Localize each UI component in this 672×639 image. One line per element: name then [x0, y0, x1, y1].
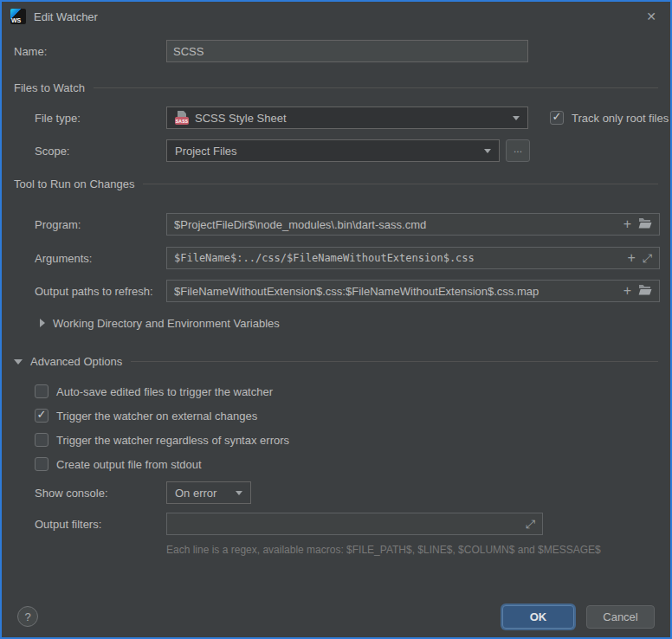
- scope-select[interactable]: Project Files: [166, 139, 500, 162]
- dialog-title: Edit Watcher: [34, 10, 98, 23]
- output-paths-input[interactable]: $FileNameWithoutExtension$.css:$FileName…: [166, 280, 660, 302]
- output-filters-label: Output filters:: [35, 518, 166, 531]
- folder-open-icon[interactable]: [638, 217, 652, 231]
- show-console-value: On error: [175, 487, 229, 500]
- chevron-down-icon: [484, 149, 491, 153]
- dialog-footer: ? OK Cancel: [2, 601, 670, 632]
- working-directory-label: Working Directory and Environment Variab…: [53, 317, 280, 330]
- output-filters-hint: Each line is a regex, available macros: …: [166, 544, 670, 556]
- external-changes-label: Trigger the watcher on external changes: [56, 410, 257, 423]
- folder-open-icon[interactable]: [638, 284, 652, 298]
- output-filters-input[interactable]: ⤢: [166, 513, 543, 535]
- edit-watcher-dialog: WS Edit Watcher ✕ Name: Files to Watch F…: [0, 0, 672, 639]
- insert-macro-icon[interactable]: +: [624, 217, 631, 231]
- file-type-value: SCSS Style Sheet: [195, 112, 506, 125]
- advanced-checkbox-group: ✓ Auto-save edited files to trigger the …: [35, 383, 670, 473]
- expand-icon[interactable]: ⤢: [526, 518, 535, 530]
- external-changes-checkbox[interactable]: ✓: [35, 409, 48, 423]
- auto-save-label: Auto-save edited files to trigger the wa…: [56, 385, 273, 398]
- checkbox-row: ✓ Trigger the watcher on external change…: [35, 407, 670, 424]
- close-icon[interactable]: ✕: [641, 10, 662, 23]
- checkbox-row: ✓ Auto-save edited files to trigger the …: [35, 383, 670, 400]
- check-icon: ✓: [552, 112, 562, 122]
- chevron-down-icon: [236, 491, 242, 495]
- webstorm-logo-icon: WS: [10, 9, 26, 24]
- section-divider: [94, 87, 658, 88]
- section-divider: [131, 361, 658, 362]
- section-divider: [143, 184, 658, 184]
- advanced-options-toggle[interactable]: Advanced Options: [14, 352, 670, 370]
- scope-value: Project Files: [175, 145, 477, 158]
- advanced-options-label: Advanced Options: [30, 355, 122, 368]
- output-paths-label: Output paths to refresh:: [35, 285, 166, 298]
- checkbox-row: ✓ Create output file from stdout: [35, 455, 670, 473]
- auto-save-checkbox[interactable]: ✓: [35, 384, 48, 398]
- ok-button[interactable]: OK: [502, 605, 574, 629]
- check-icon: ✓: [37, 410, 47, 420]
- tool-to-run-section-header: Tool to Run on Changes: [14, 176, 670, 191]
- titlebar: WS Edit Watcher ✕: [2, 2, 670, 29]
- scss-file-icon: SASS: [175, 111, 189, 125]
- files-to-watch-title: Files to Watch: [14, 81, 85, 94]
- arguments-input[interactable]: $FileName$:../css/$FileNameWithoutExtens…: [166, 247, 660, 269]
- working-directory-toggle[interactable]: Working Directory and Environment Variab…: [40, 314, 670, 332]
- stdout-checkbox[interactable]: ✓: [35, 457, 48, 471]
- expanded-arrow-icon: [14, 359, 23, 365]
- chevron-down-icon: [513, 116, 520, 120]
- show-console-select[interactable]: On error: [166, 481, 251, 504]
- file-type-label: File type:: [35, 112, 166, 125]
- name-input[interactable]: [166, 40, 528, 62]
- tool-to-run-title: Tool to Run on Changes: [14, 178, 134, 190]
- stdout-label: Create output file from stdout: [56, 458, 202, 471]
- cancel-button[interactable]: Cancel: [586, 605, 655, 629]
- scss-badge-text: SASS: [175, 117, 189, 125]
- files-to-watch-section-header: Files to Watch: [14, 80, 670, 95]
- arguments-value: $FileName$:../css/$FileNameWithoutExtens…: [174, 252, 620, 264]
- webstorm-logo-text: WS: [11, 17, 21, 23]
- file-type-select[interactable]: SASS SCSS Style Sheet: [166, 106, 528, 129]
- insert-macro-icon[interactable]: +: [627, 251, 635, 265]
- program-label: Program:: [35, 218, 166, 231]
- syntax-errors-checkbox[interactable]: ✓: [35, 433, 48, 447]
- scope-label: Scope:: [35, 145, 166, 158]
- name-label: Name:: [14, 45, 166, 58]
- track-root-files-checkbox[interactable]: ✓: [550, 111, 564, 125]
- expand-icon[interactable]: ⤢: [643, 252, 652, 264]
- collapsed-arrow-icon: [40, 319, 45, 327]
- checkbox-row: ✓ Trigger the watcher regardless of synt…: [35, 431, 670, 449]
- scope-browse-button[interactable]: ...: [506, 139, 530, 162]
- syntax-errors-label: Trigger the watcher regardless of syntax…: [56, 434, 289, 447]
- show-console-label: Show console:: [35, 487, 166, 500]
- output-paths-value: $FileNameWithoutExtension$.css:$FileName…: [174, 285, 617, 298]
- insert-macro-icon[interactable]: +: [624, 284, 631, 298]
- arguments-label: Arguments:: [35, 252, 166, 265]
- program-input[interactable]: $ProjectFileDir$\node_modules\.bin\dart-…: [166, 213, 660, 236]
- track-root-files-label: Track only root files: [572, 112, 669, 125]
- program-value: $ProjectFileDir$\node_modules\.bin\dart-…: [174, 218, 617, 231]
- help-button[interactable]: ?: [17, 606, 38, 627]
